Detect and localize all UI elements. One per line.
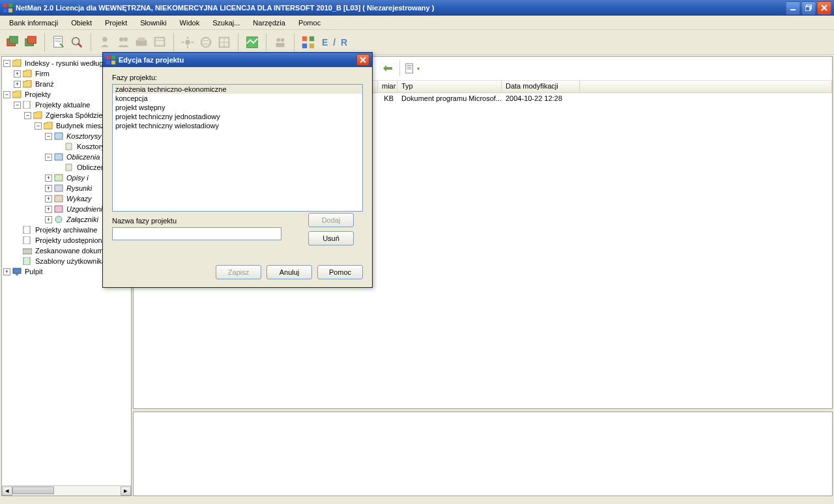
svg-rect-48 xyxy=(55,175,63,181)
minimize-button[interactable] xyxy=(786,1,800,14)
svg-point-37 xyxy=(281,38,285,42)
scroll-right-icon[interactable]: ▸ xyxy=(121,486,131,496)
save-button[interactable]: Zapisz xyxy=(216,265,261,279)
folder-icon xyxy=(43,121,53,130)
col-type[interactable]: Typ xyxy=(397,81,502,92)
collapse-icon[interactable]: − xyxy=(45,133,52,140)
folder-icon xyxy=(12,59,22,68)
col-size[interactable]: miar xyxy=(378,81,397,92)
svg-rect-23 xyxy=(155,37,165,46)
dialog-title: Edycja faz projektu xyxy=(119,56,356,64)
expand-icon[interactable]: + xyxy=(3,268,10,275)
list-btn-2[interactable]: ▾ xyxy=(404,61,420,76)
item-icon xyxy=(53,194,64,203)
svg-rect-1 xyxy=(8,3,12,7)
delete-button[interactable]: Usuń xyxy=(308,231,354,245)
menu-projekt[interactable]: Projekt xyxy=(100,18,132,28)
collapse-icon[interactable]: − xyxy=(45,154,52,161)
svg-point-19 xyxy=(119,37,123,41)
help-button[interactable]: Pomoc xyxy=(317,265,363,279)
toolbar-btn-9[interactable] xyxy=(179,33,196,51)
menu-narzedzia[interactable]: Narzędzia xyxy=(248,18,291,28)
collapse-icon[interactable]: − xyxy=(14,102,21,109)
collapse-icon[interactable]: − xyxy=(24,112,31,119)
toolbar-btn-13[interactable] xyxy=(272,33,289,51)
list-item[interactable]: założenia techniczno-ekonomiczne xyxy=(113,85,362,94)
cancel-button[interactable]: Anuluj xyxy=(266,265,312,279)
svg-point-31 xyxy=(201,40,211,44)
expand-icon[interactable]: + xyxy=(45,185,52,192)
toolbar-btn-6[interactable] xyxy=(115,33,132,51)
toolbar-btn-10[interactable] xyxy=(197,33,214,51)
template-icon xyxy=(22,257,33,266)
col-date[interactable]: Data modyfikacji xyxy=(502,81,580,92)
svg-rect-41 xyxy=(302,43,307,48)
toolbar-btn-4[interactable] xyxy=(68,33,85,51)
svg-rect-53 xyxy=(23,226,30,234)
toolbar-btn-2[interactable] xyxy=(22,33,39,51)
dialog-close-button[interactable] xyxy=(356,54,369,66)
svg-rect-47 xyxy=(66,164,72,171)
item-icon xyxy=(64,142,74,151)
expand-icon[interactable]: + xyxy=(45,175,52,182)
cell-type: Dokument programu Microsof... xyxy=(401,94,502,102)
toolbar-btn-7[interactable] xyxy=(133,33,150,51)
folder-icon xyxy=(22,79,33,89)
svg-rect-4 xyxy=(790,9,796,10)
menu-bank[interactable]: Bank informacji xyxy=(4,18,63,28)
expand-icon[interactable]: + xyxy=(14,70,21,77)
svg-rect-51 xyxy=(55,206,63,212)
toolbar-btn-12[interactable] xyxy=(244,33,261,51)
item-icon xyxy=(53,132,64,141)
toolbar-btn-5[interactable] xyxy=(96,33,113,51)
close-button[interactable] xyxy=(817,1,831,14)
svg-rect-3 xyxy=(8,8,12,12)
svg-line-17 xyxy=(78,43,82,47)
collapse-icon[interactable]: − xyxy=(3,91,10,98)
expand-icon[interactable]: + xyxy=(45,206,52,213)
phases-listbox[interactable]: założenia techniczno-ekonomiczne koncepc… xyxy=(112,84,363,212)
svg-point-36 xyxy=(277,38,281,42)
list-item[interactable]: projekt techniczny jednostadiowy xyxy=(113,112,362,121)
desktop-icon xyxy=(12,267,22,276)
svg-rect-55 xyxy=(23,249,32,254)
list-item[interactable]: projekt wstępny xyxy=(113,103,362,112)
list-item[interactable]: projekt techniczny wielostadiowy xyxy=(113,121,362,130)
dialog-titlebar[interactable]: Edycja faz projektu xyxy=(103,53,372,67)
menu-widok[interactable]: Widok xyxy=(175,18,205,28)
list-item[interactable]: koncepcja xyxy=(113,94,362,103)
expand-icon[interactable]: + xyxy=(45,195,52,203)
add-button[interactable]: Dodaj xyxy=(308,213,354,227)
menu-obiekt[interactable]: Obiekt xyxy=(66,18,97,28)
col-spacer xyxy=(580,81,832,92)
scroll-left-icon[interactable]: ◂ xyxy=(2,486,12,496)
svg-point-52 xyxy=(55,216,62,223)
restore-button[interactable] xyxy=(801,1,816,14)
svg-rect-6 xyxy=(805,7,810,11)
collapse-icon[interactable]: − xyxy=(35,122,42,130)
svg-point-20 xyxy=(123,37,127,41)
expand-icon[interactable]: + xyxy=(14,81,21,88)
toolbar-btn-8[interactable] xyxy=(151,33,168,51)
svg-rect-45 xyxy=(66,143,72,150)
menu-pomoc[interactable]: Pomoc xyxy=(293,18,326,28)
item-icon xyxy=(53,215,64,224)
phase-name-input[interactable] xyxy=(112,227,281,240)
folder-icon xyxy=(33,111,43,120)
toolbar-btn-3[interactable] xyxy=(50,33,67,51)
toolbar-btn-er-icon[interactable] xyxy=(300,33,317,51)
scroll-thumb[interactable] xyxy=(12,486,54,494)
doc-icon xyxy=(22,100,33,109)
svg-rect-38 xyxy=(276,42,285,46)
menu-slowniki[interactable]: Słowniki xyxy=(135,18,171,28)
toolbar-btn-1[interactable] xyxy=(4,33,21,51)
menu-szukaj[interactable]: Szukaj... xyxy=(207,18,245,28)
folder-icon xyxy=(12,90,22,99)
list-btn-1[interactable] xyxy=(380,61,395,76)
toolbar-btn-11[interactable] xyxy=(216,33,233,51)
expand-icon[interactable]: + xyxy=(45,216,52,223)
collapse-icon[interactable]: − xyxy=(3,60,10,67)
svg-rect-56 xyxy=(23,257,30,265)
tree-hscrollbar[interactable]: ◂ ▸ xyxy=(2,485,131,496)
svg-rect-42 xyxy=(309,43,314,48)
